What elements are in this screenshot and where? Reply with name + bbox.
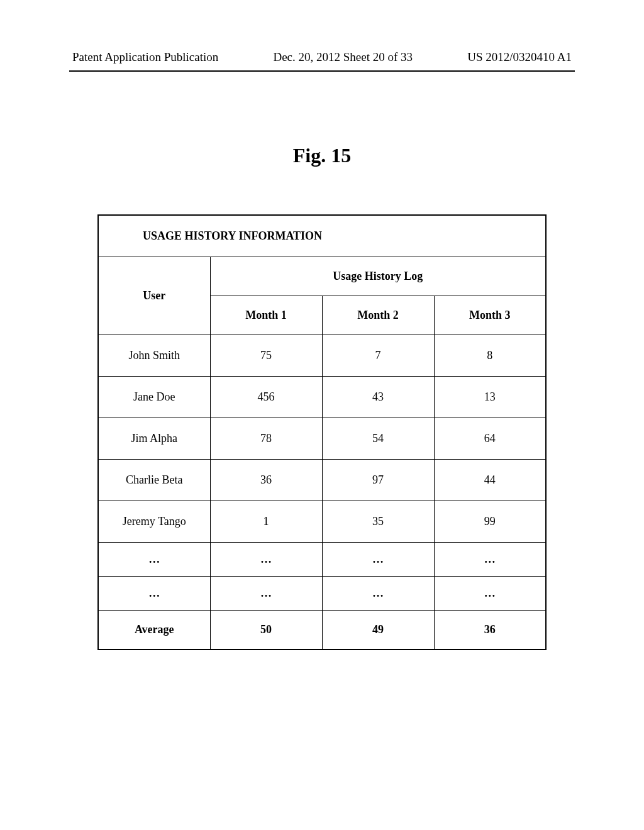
cell-user: John Smith [98, 335, 210, 377]
cell-user: Jane Doe [98, 377, 210, 418]
cell-value: 456 [210, 377, 322, 418]
header-publication-number: US 2012/0320410 A1 [467, 50, 572, 64]
usage-history-table-wrapper: USAGE HISTORY INFORMATION User Usage His… [97, 214, 547, 650]
column-header-month-2: Month 2 [322, 296, 434, 335]
table-row: Jim Alpha 78 54 64 [98, 418, 546, 460]
cell-value: 43 [322, 377, 434, 418]
column-header-month-3: Month 3 [434, 296, 546, 335]
column-header-user: User [98, 257, 210, 335]
cell-ellipsis: … [434, 543, 546, 577]
table-row: John Smith 75 7 8 [98, 335, 546, 377]
cell-average-value: 50 [210, 611, 322, 650]
cell-value: 97 [322, 460, 434, 501]
cell-value: 99 [434, 501, 546, 543]
cell-ellipsis: … [98, 577, 210, 611]
cell-value: 64 [434, 418, 546, 460]
cell-ellipsis: … [210, 577, 322, 611]
cell-value: 44 [434, 460, 546, 501]
cell-user: Jeremy Tango [98, 501, 210, 543]
cell-value: 54 [322, 418, 434, 460]
header-publication-type: Patent Application Publication [72, 50, 218, 64]
column-header-log: Usage History Log [210, 257, 546, 296]
header-divider [69, 70, 575, 72]
cell-user: Charlie Beta [98, 460, 210, 501]
table-row: Charlie Beta 36 97 44 [98, 460, 546, 501]
table-row-ellipsis: … … … … [98, 543, 546, 577]
cell-value: 8 [434, 335, 546, 377]
cell-user: Jim Alpha [98, 418, 210, 460]
table-title: USAGE HISTORY INFORMATION [98, 215, 546, 257]
cell-value: 78 [210, 418, 322, 460]
table-row: Jeremy Tango 1 35 99 [98, 501, 546, 543]
cell-ellipsis: … [434, 577, 546, 611]
usage-history-table: USAGE HISTORY INFORMATION User Usage His… [97, 214, 547, 650]
cell-value: 1 [210, 501, 322, 543]
cell-value: 7 [322, 335, 434, 377]
cell-ellipsis: … [322, 577, 434, 611]
column-header-month-1: Month 1 [210, 296, 322, 335]
cell-value: 36 [210, 460, 322, 501]
cell-ellipsis: … [210, 543, 322, 577]
table-row: Jane Doe 456 43 13 [98, 377, 546, 418]
cell-average-value: 49 [322, 611, 434, 650]
page-header: Patent Application Publication Dec. 20, … [0, 0, 644, 70]
cell-value: 75 [210, 335, 322, 377]
cell-average-label: Average [98, 611, 210, 650]
cell-ellipsis: … [98, 543, 210, 577]
cell-average-value: 36 [434, 611, 546, 650]
table-row-average: Average 50 49 36 [98, 611, 546, 650]
table-row-ellipsis: … … … … [98, 577, 546, 611]
header-date-sheet: Dec. 20, 2012 Sheet 20 of 33 [273, 50, 413, 64]
figure-label: Fig. 15 [0, 144, 644, 167]
cell-value: 35 [322, 501, 434, 543]
cell-value: 13 [434, 377, 546, 418]
cell-ellipsis: … [322, 543, 434, 577]
